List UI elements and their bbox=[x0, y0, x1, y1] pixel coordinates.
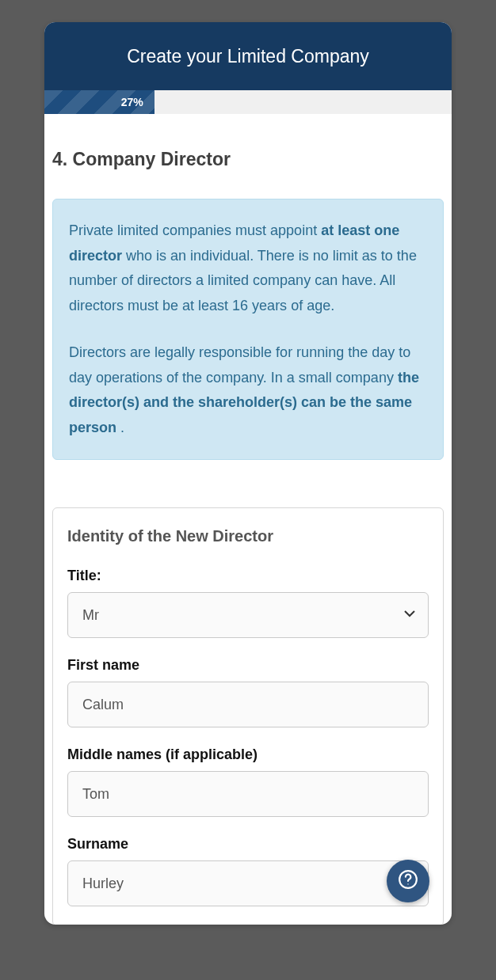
help-button[interactable] bbox=[387, 860, 429, 902]
info-paragraph-2: Directors are legally responsible for ru… bbox=[69, 340, 427, 440]
form-card: Create your Limited Company 27% 4. Compa… bbox=[44, 22, 452, 925]
info-text: . bbox=[116, 420, 124, 435]
progress-label: 27% bbox=[121, 96, 143, 108]
field-first-name: First name bbox=[67, 657, 429, 727]
progress-fill: 27% bbox=[44, 90, 155, 114]
svg-point-1 bbox=[407, 883, 408, 884]
input-surname[interactable] bbox=[67, 860, 429, 906]
field-title: Title: Mr bbox=[67, 568, 429, 638]
input-middle-names[interactable] bbox=[67, 771, 429, 817]
page-title: Create your Limited Company bbox=[127, 46, 369, 67]
field-middle-names: Middle names (if applicable) bbox=[67, 746, 429, 817]
info-box: Private limited companies must appoint a… bbox=[52, 199, 444, 460]
field-surname: Surname bbox=[67, 836, 429, 906]
label-middle-names: Middle names (if applicable) bbox=[67, 746, 429, 763]
select-title[interactable]: Mr bbox=[67, 592, 429, 638]
label-first-name: First name bbox=[67, 657, 429, 674]
step-heading: 4. Company Director bbox=[52, 149, 444, 170]
info-paragraph-1: Private limited companies must appoint a… bbox=[69, 218, 427, 318]
label-surname: Surname bbox=[67, 836, 429, 853]
label-title: Title: bbox=[67, 568, 429, 584]
question-icon bbox=[398, 869, 418, 893]
input-first-name[interactable] bbox=[67, 682, 429, 727]
identity-form-section: Identity of the New Director Title: Mr F… bbox=[52, 507, 444, 925]
form-section-title: Identity of the New Director bbox=[67, 527, 429, 545]
info-text: Directors are legally responsible for ru… bbox=[69, 344, 410, 386]
title-bar: Create your Limited Company bbox=[44, 22, 452, 90]
info-text: Private limited companies must appoint bbox=[69, 222, 321, 238]
progress-bar: 27% bbox=[44, 90, 452, 114]
